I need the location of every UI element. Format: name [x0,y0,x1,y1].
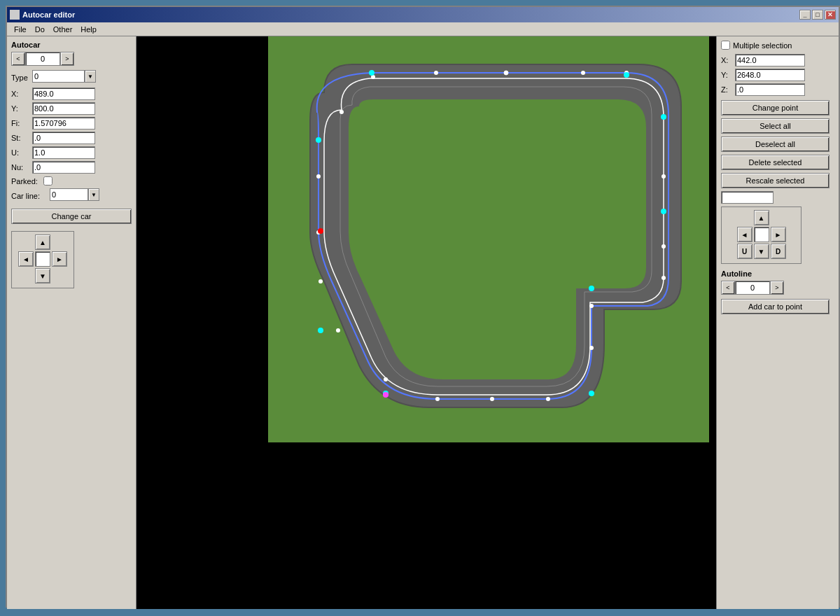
svg-point-17 [316,174,321,178]
right-arrow-top: ▲ [724,210,798,225]
autoline-title: Autoline [721,270,834,278]
svg-point-11 [490,397,494,401]
right-z-input[interactable] [735,83,805,96]
svg-point-29 [316,137,321,143]
right-y-input[interactable] [735,69,805,81]
right-move-up-button[interactable]: ▲ [754,210,769,225]
autoline-prev-button[interactable]: < [721,281,735,295]
left-arrow-pad: ▲ ◄ ► ▼ [11,231,74,288]
autoline-spinner: < > [721,281,834,295]
menu-other[interactable]: Other [49,24,77,35]
car-line-dropdown: ▼ [50,188,99,201]
type-dropdown-btn[interactable]: ▼ [85,70,96,83]
parked-checkbox[interactable] [43,176,52,186]
svg-point-21 [434,71,438,75]
autoline-section: Autoline < > Add car to point [721,270,834,317]
arrow-top-row: ▲ [15,234,71,250]
menu-file[interactable]: File [10,24,31,35]
autocar-value-input[interactable] [25,52,60,66]
svg-point-19 [340,110,344,114]
right-arrow-mid: ◄ ► [724,227,798,242]
car-line-input[interactable] [50,188,88,201]
svg-point-23 [661,114,666,120]
autocar-prev-button[interactable]: < [11,52,25,66]
right-move-right-button[interactable]: ► [771,227,786,242]
svg-point-25 [589,286,594,291]
change-car-button[interactable]: Change car [11,209,132,224]
delete-selected-button[interactable]: Delete selected [721,155,830,170]
svg-point-26 [589,391,594,396]
multiple-selection-checkbox[interactable] [721,41,730,50]
move-down-button[interactable]: ▼ [35,268,50,284]
move-right-button[interactable]: ► [52,251,67,267]
right-move-left-button[interactable]: ◄ [737,227,752,242]
x-input[interactable] [32,88,95,100]
nu-input[interactable] [32,161,95,174]
svg-point-14 [336,328,340,332]
menu-help[interactable]: Help [76,24,101,35]
st-label: St: [11,134,32,142]
select-all-button[interactable]: Select all [721,118,830,134]
right-arrow-pad: ▲ ◄ ► U ▼ D [721,206,802,264]
x-label: X: [11,90,32,98]
deselect-all-button[interactable]: Deselect all [721,136,830,152]
rescale-selected-button[interactable]: Rescale selected [721,173,830,188]
u-function-button[interactable]: U [737,244,752,259]
y-input[interactable] [32,102,95,115]
right-z-label: Z: [721,85,735,94]
change-point-button[interactable]: Change point [721,100,830,115]
svg-point-15 [318,279,323,284]
y-label: Y: [11,104,32,113]
menu-bar: File Do Other Help [7,22,839,36]
svg-point-12 [435,397,440,401]
fi-input[interactable] [32,117,95,130]
type-dropdown: ▼ [32,70,96,83]
svg-point-31 [318,228,323,234]
menu-do[interactable]: Do [31,24,49,35]
autocar-spinner: < > [11,52,132,66]
close-button[interactable]: ✕ [825,10,836,20]
add-car-to-point-button[interactable]: Add car to point [721,299,830,314]
car-line-dropdown-btn[interactable]: ▼ [88,188,99,201]
move-up-button[interactable]: ▲ [35,234,50,250]
fi-label: Fi: [11,119,32,127]
svg-point-6 [662,244,666,248]
u-input[interactable] [32,146,95,159]
window-title: Autocar editor [22,10,75,19]
y-row: Y: [11,102,132,115]
canvas-area[interactable] [136,36,716,609]
parked-label: Parked: [11,177,38,186]
autocar-next-button[interactable]: > [60,52,74,66]
car-line-row: Car line: ▼ [11,188,132,204]
u-row: U: [11,146,132,159]
autoline-value-input[interactable] [735,281,770,295]
st-input[interactable] [32,132,95,144]
svg-point-13 [384,377,388,382]
multiple-selection-row: Multiple selection [721,41,834,50]
type-label: Type [11,74,32,82]
right-x-input[interactable] [735,54,805,66]
maximize-button[interactable]: □ [812,10,823,20]
svg-point-1 [504,71,508,75]
parked-row: Parked: [11,176,132,186]
main-window: Autocar editor _ □ ✕ File Do Other Help … [6,6,840,608]
st-row: St: [11,132,132,144]
d-function-button[interactable]: D [771,244,786,259]
rescale-value-input[interactable] [721,191,774,204]
svg-point-10 [546,397,550,401]
nu-row: Nu: [11,161,132,174]
arrow-mid-row: ◄ ► [15,251,71,267]
right-y-label: Y: [721,71,735,79]
svg-point-30 [369,70,374,76]
type-input[interactable] [32,70,85,83]
right-y-row: Y: [721,69,834,81]
track-view[interactable] [268,36,709,442]
minimize-button[interactable]: _ [799,10,811,20]
right-panel: Multiple selection X: Y: Z: Change point… [716,36,839,609]
right-move-down-button[interactable]: ▼ [754,244,769,259]
autocar-title: Autocar [11,41,132,49]
autoline-next-button[interactable]: > [770,281,784,295]
move-left-button[interactable]: ◄ [18,251,34,267]
arrow-center [35,251,50,267]
svg-point-9 [589,346,594,350]
